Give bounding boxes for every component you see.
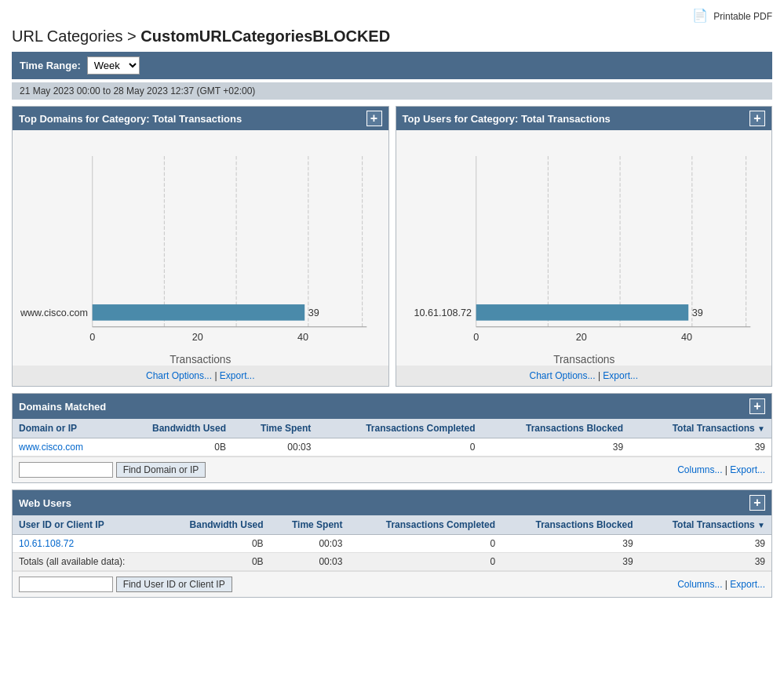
user-tx-completed-cell: 0 <box>348 535 501 553</box>
top-users-chart-options-link[interactable]: Chart Options... <box>529 370 595 381</box>
domains-col-tx-total[interactable]: Total Transactions ▼ <box>629 419 771 438</box>
top-domains-add-button[interactable]: + <box>366 111 382 126</box>
svg-text:www.cisco.com: www.cisco.com <box>20 307 88 318</box>
time-range-select[interactable]: Day Week Month Year <box>87 56 140 75</box>
svg-rect-18 <box>476 304 688 321</box>
domains-find-button[interactable]: Find Domain or IP <box>116 462 206 478</box>
web-users-export-link[interactable]: Export... <box>730 579 765 590</box>
pdf-link-label: Printable PDF <box>713 11 772 22</box>
domains-table-body: www.cisco.com 0B 00:03 0 39 39 <box>13 438 771 457</box>
web-users-section: Web Users + User ID or Client IP Bandwid… <box>12 489 772 598</box>
time-spent-cell: 00:03 <box>232 438 317 457</box>
svg-text:0: 0 <box>89 332 95 343</box>
totals-bandwidth-cell: 0B <box>162 553 270 571</box>
web-users-find-controls: Find User ID or Client IP <box>19 577 232 592</box>
totals-time-spent-cell: 00:03 <box>270 553 349 571</box>
top-users-chart-container: 39 10.61.108.72 0 20 40 Transactions <box>404 138 764 358</box>
web-users-find-input[interactable] <box>19 577 113 592</box>
web-users-table-head: User ID or Client IP Bandwidth Used Time… <box>13 515 771 535</box>
domains-section: Domains Matched + Domain or IP Bandwidth… <box>12 393 772 483</box>
user-id-link[interactable]: 10.61.108.72 <box>19 538 74 549</box>
page-title-bold: CustomURLCategoriesBLOCKED <box>140 27 390 45</box>
web-users-find-button[interactable]: Find User ID or Client IP <box>116 577 232 592</box>
web-users-section-title: Web Users <box>19 497 71 509</box>
top-users-chart-header: Top Users for Category: Total Transactio… <box>396 107 772 130</box>
web-users-add-button[interactable]: + <box>749 495 765 511</box>
top-domains-chart-options-link[interactable]: Chart Options... <box>146 370 212 381</box>
domain-link[interactable]: www.cisco.com <box>19 442 83 453</box>
domains-col-tx-blocked[interactable]: Transactions Blocked <box>482 419 630 438</box>
domains-columns-link[interactable]: Columns... <box>677 464 722 475</box>
domains-find-controls: Find Domain or IP <box>19 462 206 478</box>
domains-section-title: Domains Matched <box>19 401 106 413</box>
domains-col-domain[interactable]: Domain or IP <box>13 419 116 438</box>
sort-icon: ▼ <box>757 424 765 433</box>
domains-table: Domain or IP Bandwidth Used Time Spent T… <box>13 419 771 457</box>
date-range: 21 May 2023 00:00 to 28 May 2023 12:37 (… <box>12 82 772 100</box>
web-users-table: User ID or Client IP Bandwidth Used Time… <box>13 515 771 571</box>
svg-text:20: 20 <box>575 332 586 343</box>
bandwidth-cell: 0B <box>116 438 232 457</box>
tx-completed-cell: 0 <box>317 438 481 457</box>
svg-text:10.61.108.72: 10.61.108.72 <box>414 307 472 318</box>
top-users-chart-body: 39 10.61.108.72 0 20 40 Transactions <box>396 130 772 366</box>
svg-text:39: 39 <box>691 307 702 318</box>
totals-label-cell: Totals (all available data): <box>13 553 162 571</box>
tx-total-cell: 39 <box>629 438 771 457</box>
pdf-icon: 📄 <box>692 9 708 22</box>
top-users-svg: 39 10.61.108.72 0 20 40 Transactions <box>404 138 764 372</box>
top-domains-chart-panel: Top Domains for Category: Total Transact… <box>12 106 389 387</box>
totals-tx-completed-cell: 0 <box>348 553 501 571</box>
svg-text:40: 40 <box>680 332 691 343</box>
table-row: www.cisco.com 0B 00:03 0 39 39 <box>13 438 771 457</box>
domains-section-header: Domains Matched + <box>13 394 771 419</box>
web-users-footer-links: Columns... | Export... <box>677 579 765 590</box>
page-title-prefix: URL Categories > <box>12 27 140 45</box>
domains-find-input[interactable] <box>19 462 113 478</box>
user-tx-total-cell: 39 <box>640 535 771 553</box>
domains-col-bandwidth[interactable]: Bandwidth Used <box>116 419 232 438</box>
users-col-time-spent[interactable]: Time Spent <box>270 515 349 535</box>
domains-table-head: Domain or IP Bandwidth Used Time Spent T… <box>13 419 771 438</box>
page-title: URL Categories > CustomURLCategoriesBLOC… <box>12 27 772 45</box>
totals-tx-blocked-cell: 39 <box>501 553 639 571</box>
domain-cell: www.cisco.com <box>13 438 116 457</box>
users-col-tx-blocked[interactable]: Transactions Blocked <box>501 515 639 535</box>
time-range-label: Time Range: <box>20 60 81 71</box>
toolbar: Time Range: Day Week Month Year <box>12 52 772 79</box>
user-id-cell: 10.61.108.72 <box>13 535 162 553</box>
top-domains-svg: 39 www.cisco.com 0 20 40 Transactions <box>20 138 381 372</box>
users-col-userid[interactable]: User ID or Client IP <box>13 515 162 535</box>
user-bandwidth-cell: 0B <box>162 535 270 553</box>
web-users-section-header: Web Users + <box>13 490 771 515</box>
top-domains-chart-header: Top Domains for Category: Total Transact… <box>13 107 388 130</box>
svg-text:0: 0 <box>473 332 479 343</box>
top-users-add-button[interactable]: + <box>749 111 765 126</box>
web-users-columns-link[interactable]: Columns... <box>677 579 722 590</box>
users-col-bandwidth[interactable]: Bandwidth Used <box>162 515 270 535</box>
domains-footer-links: Columns... | Export... <box>677 464 765 475</box>
domains-table-footer: Find Domain or IP Columns... | Export... <box>13 457 771 482</box>
sort-icon-users: ▼ <box>757 521 765 529</box>
user-tx-blocked-cell: 39 <box>501 535 639 553</box>
top-domains-chart-body: 39 www.cisco.com 0 20 40 Transactions <box>13 130 388 366</box>
totals-row: Totals (all available data): 0B 00:03 0 … <box>13 553 771 571</box>
domains-export-link[interactable]: Export... <box>730 464 765 475</box>
domains-col-time-spent[interactable]: Time Spent <box>232 419 317 438</box>
svg-text:Transactions: Transactions <box>170 354 231 366</box>
charts-row: Top Domains for Category: Total Transact… <box>12 106 772 387</box>
user-time-spent-cell: 00:03 <box>270 535 349 553</box>
printable-pdf-link[interactable]: 📄 Printable PDF <box>692 11 772 22</box>
top-users-chart-title: Top Users for Category: Total Transactio… <box>403 113 611 125</box>
domains-add-button[interactable]: + <box>749 398 765 414</box>
totals-tx-total-cell: 39 <box>640 553 771 571</box>
users-col-tx-total[interactable]: Total Transactions ▼ <box>640 515 771 535</box>
top-domains-export-link[interactable]: Export... <box>220 370 255 381</box>
svg-rect-5 <box>93 304 305 321</box>
tx-blocked-cell: 39 <box>482 438 630 457</box>
top-users-chart-panel: Top Users for Category: Total Transactio… <box>396 106 773 387</box>
svg-text:20: 20 <box>192 332 203 343</box>
users-col-tx-completed[interactable]: Transactions Completed <box>348 515 501 535</box>
top-users-export-link[interactable]: Export... <box>603 370 638 381</box>
domains-col-tx-completed[interactable]: Transactions Completed <box>317 419 481 438</box>
